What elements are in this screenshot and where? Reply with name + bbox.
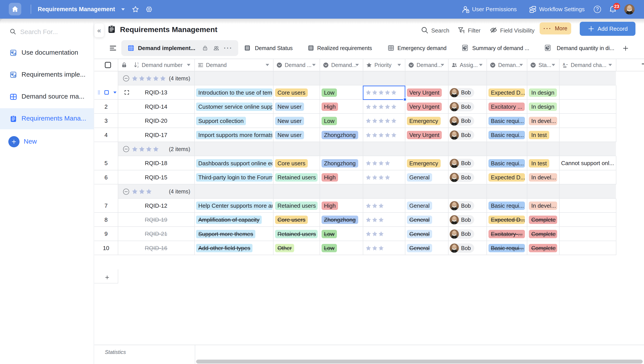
- svg-text:A: A: [562, 62, 565, 66]
- svg-text:1: 1: [137, 62, 139, 64]
- svg-text:2: 2: [137, 65, 139, 68]
